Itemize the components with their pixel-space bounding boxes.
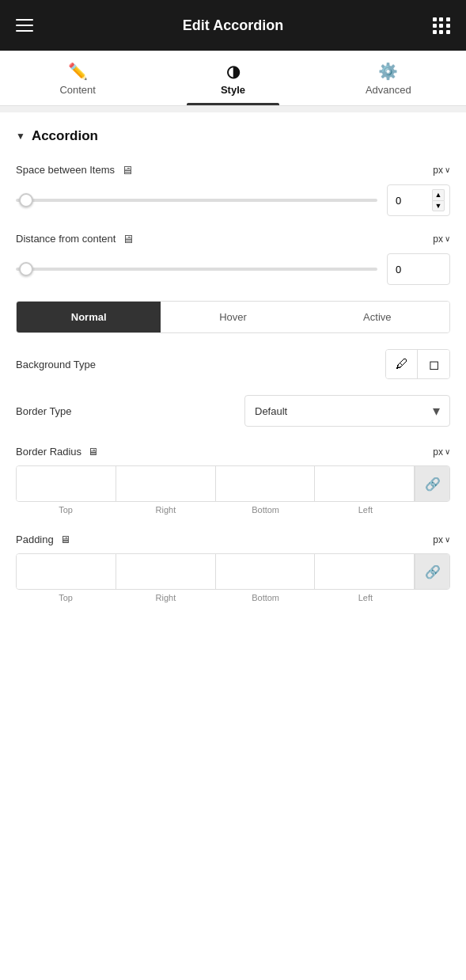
distance-label: Distance from content 🖥 <box>16 232 134 245</box>
padding-top[interactable] <box>17 554 116 589</box>
space-unit-selector[interactable]: px ∨ <box>433 165 450 176</box>
unit-caret: ∨ <box>445 165 450 174</box>
distance-slider-thumb[interactable] <box>19 262 33 276</box>
padding-unit-selector[interactable]: px ∨ <box>433 534 450 545</box>
style-icon: ◑ <box>226 63 240 79</box>
tab-content-label: Content <box>59 84 96 96</box>
bg-type-brush[interactable]: 🖊 <box>386 350 418 378</box>
border-type-value: Default <box>255 405 287 417</box>
padding-label: Padding 🖥 <box>16 534 70 545</box>
solid-icon: ◻ <box>429 357 439 372</box>
brush-icon: 🖊 <box>396 357 408 371</box>
padding-label-row: Padding 🖥 px ∨ <box>16 534 450 545</box>
border-type-row: Border Type Default ▾ <box>16 395 450 427</box>
background-type-row: Background Type 🖊 ◻ <box>16 349 450 379</box>
padding-inputs: 🔗 <box>16 553 450 590</box>
tab-style[interactable]: ◑ Style <box>155 51 310 105</box>
space-between-items-label: Space between Items 🖥 <box>16 163 133 177</box>
background-type-label: Background Type <box>16 359 96 370</box>
distance-slider-row: 0 <box>16 253 450 285</box>
border-radius-input-labels: Top Right Bottom Left <box>16 505 450 515</box>
padding-right[interactable] <box>116 554 216 589</box>
apps-icon[interactable] <box>433 17 450 34</box>
space-between-items-row: Space between Items 🖥 px ∨ <box>16 163 450 177</box>
menu-icon[interactable] <box>16 19 33 32</box>
tab-bar: ✏️ Content ◑ Style ⚙️ Advanced <box>0 51 466 106</box>
collapse-arrow[interactable]: ▼ <box>16 131 25 142</box>
padding-unit-caret: ∨ <box>445 535 450 544</box>
responsive-icon-3[interactable]: 🖥 <box>88 446 98 458</box>
pencil-icon: ✏️ <box>68 63 88 79</box>
state-tabs: Normal Hover Active <box>16 301 450 333</box>
border-radius-right[interactable] <box>116 466 216 501</box>
space-number-input[interactable]: 0 ▲ ▼ <box>387 184 450 216</box>
responsive-icon[interactable]: 🖥 <box>121 163 133 177</box>
state-tab-active[interactable]: Active <box>305 302 449 332</box>
border-radius-bottom[interactable] <box>216 466 316 501</box>
border-radius-link-btn[interactable]: 🔗 <box>415 466 449 501</box>
background-type-options: 🖊 ◻ <box>385 349 450 379</box>
main-content: ▼ Accordion Space between Items 🖥 px ∨ 0… <box>0 112 466 980</box>
header: Edit Accordion <box>0 0 466 51</box>
distance-number-input[interactable]: 0 <box>387 253 450 285</box>
space-decrement[interactable]: ▼ <box>432 200 445 211</box>
dropdown-arrow-icon: ▾ <box>433 402 440 420</box>
tab-style-label: Style <box>221 84 245 96</box>
space-increment[interactable]: ▲ <box>432 189 445 200</box>
padding-link-btn[interactable]: 🔗 <box>415 554 449 589</box>
border-radius-left[interactable] <box>315 466 415 501</box>
padding-left[interactable] <box>315 554 415 589</box>
border-radius-unit-selector[interactable]: px ∨ <box>433 446 450 458</box>
distance-unit-selector[interactable]: px ∨ <box>433 234 450 245</box>
border-type-select[interactable]: Default ▾ <box>244 395 450 427</box>
tab-advanced[interactable]: ⚙️ Advanced <box>311 51 466 105</box>
section-heading: ▼ Accordion <box>16 128 450 144</box>
padding-input-labels: Top Right Bottom Left <box>16 593 450 602</box>
border-type-label: Border Type <box>16 405 72 417</box>
space-spinners: ▲ ▼ <box>432 189 445 211</box>
tab-content[interactable]: ✏️ Content <box>0 51 155 105</box>
border-radius-label-row: Border Radius 🖥 px ∨ <box>16 446 450 458</box>
border-radius-unit-caret: ∨ <box>445 447 450 456</box>
state-tab-normal[interactable]: Normal <box>17 302 161 332</box>
responsive-icon-2[interactable]: 🖥 <box>122 232 134 245</box>
distance-from-content-row: Distance from content 🖥 px ∨ <box>16 232 450 245</box>
border-radius-inputs: 🔗 <box>16 465 450 502</box>
bg-type-solid[interactable]: ◻ <box>418 350 449 378</box>
space-slider-thumb[interactable] <box>19 193 33 207</box>
space-slider-row: 0 ▲ ▼ <box>16 184 450 216</box>
padding-bottom[interactable] <box>216 554 316 589</box>
page-title: Edit Accordion <box>183 17 283 34</box>
distance-slider-track[interactable] <box>16 268 377 271</box>
space-slider-track[interactable] <box>16 199 377 202</box>
tab-advanced-label: Advanced <box>366 84 411 96</box>
responsive-icon-4[interactable]: 🖥 <box>60 534 70 545</box>
border-radius-section: Border Radius 🖥 px ∨ 🔗 Top Right Bottom … <box>16 446 450 515</box>
border-radius-label: Border Radius 🖥 <box>16 446 98 458</box>
distance-unit-caret: ∨ <box>445 234 450 243</box>
section-title: Accordion <box>32 128 98 144</box>
state-tab-hover[interactable]: Hover <box>161 302 305 332</box>
gear-icon: ⚙️ <box>378 63 398 79</box>
border-radius-top[interactable] <box>17 466 116 501</box>
padding-section: Padding 🖥 px ∨ 🔗 Top Right Bottom Left <box>16 534 450 602</box>
